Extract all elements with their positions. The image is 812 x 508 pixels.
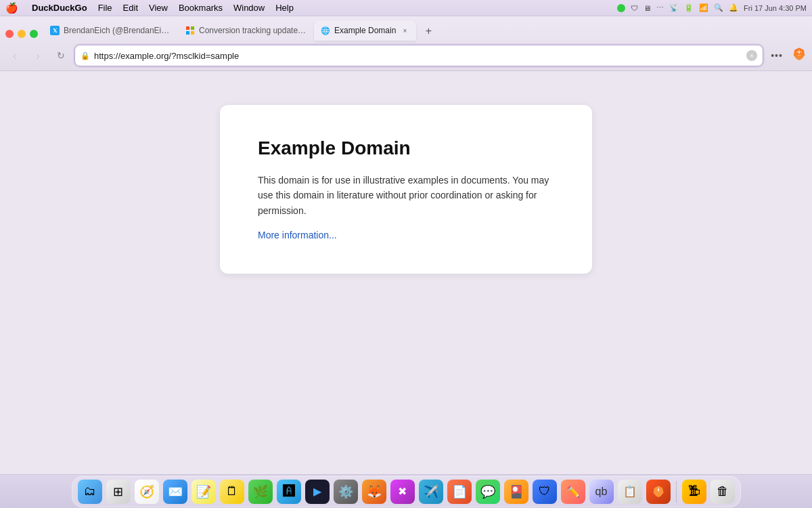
tab-example[interactable]: 🌐 Example Domain × xyxy=(314,20,416,41)
tab-conversion-label: Conversion tracking update on Bi xyxy=(199,26,307,35)
dock-icon-tes[interactable]: 🎴 xyxy=(504,480,528,504)
address-bar[interactable]: 🔒 × xyxy=(74,45,763,66)
dock-icon-firefox[interactable]: 🦊 xyxy=(362,480,386,504)
toolbar: ‹ › ↻ 🔒 × ••• xyxy=(0,41,812,70)
menu-file[interactable]: File xyxy=(98,3,112,13)
svg-point-0 xyxy=(796,51,798,53)
tab-example-label: Example Domain xyxy=(334,26,396,35)
new-tab-button[interactable]: + xyxy=(419,22,438,41)
dock-icon-finder[interactable]: 🗂 xyxy=(78,480,102,504)
notification-icon[interactable]: 🔔 xyxy=(729,3,738,12)
url-input[interactable] xyxy=(94,51,742,61)
twitter-favicon: 𝕏 xyxy=(50,26,60,35)
menu-view[interactable]: View xyxy=(149,3,168,13)
dock-icon-vine[interactable]: 🌿 xyxy=(248,480,273,504)
more-information-link[interactable]: More information... xyxy=(258,230,337,240)
battery-icon: 🔋 xyxy=(684,3,694,12)
dock-icon-safari[interactable]: 🧭 xyxy=(135,480,159,504)
tab-close-button[interactable]: × xyxy=(400,26,409,35)
dock-icon-launchpad[interactable]: ⊞ xyxy=(106,480,131,504)
tab-conversion[interactable]: Conversion tracking update on Bi xyxy=(179,20,314,41)
svg-point-1 xyxy=(800,51,802,53)
more-dots-icon: ••• xyxy=(771,50,783,61)
search-menubar-icon[interactable]: 🔍 xyxy=(714,3,723,12)
dock-icon-mail[interactable]: ✉️ xyxy=(163,480,187,504)
menu-bar-items: File Edit View Bookmarks Window Help xyxy=(98,3,294,13)
menu-window[interactable]: Window xyxy=(233,3,265,13)
brave-icon-button[interactable] xyxy=(792,47,807,64)
dock-icon-stickies[interactable]: 🗒 xyxy=(220,480,244,504)
dock-icon-whatsapp[interactable]: 💬 xyxy=(476,480,500,504)
dock-icon-trash[interactable]: 🗑 xyxy=(710,480,735,504)
green-dot-icon xyxy=(617,4,625,12)
dock-icon-markdown[interactable]: 📋 xyxy=(618,480,642,504)
cast-icon: 📡 xyxy=(669,3,679,12)
menu-bookmarks[interactable]: Bookmarks xyxy=(179,3,223,13)
back-button[interactable]: ‹ xyxy=(5,46,24,65)
minimize-window-button[interactable] xyxy=(18,30,26,38)
dock-separator xyxy=(676,481,677,503)
page-title: Example Domain xyxy=(258,137,554,159)
dock-icon-prompt[interactable]: ▶ xyxy=(305,480,330,504)
privacy-icon: 🛡 xyxy=(631,4,638,12)
tab-bar: 𝕏 BrendanEich (@BrendanEich) / Tw Conver… xyxy=(0,16,812,41)
apple-menu[interactable]: 🍎 xyxy=(5,2,18,14)
dock-icon-monodraw[interactable]: ✏️ xyxy=(561,480,585,504)
menu-bar-right: 🛡 🖥 ⋯ 📡 🔋 📶 🔍 🔔 Fri 17 Jun 4:30 PM xyxy=(617,3,807,12)
tab-twitter[interactable]: 𝕏 BrendanEich (@BrendanEich) / Tw xyxy=(43,20,179,41)
example-domain-card: Example Domain This domain is for use in… xyxy=(220,105,592,274)
browser-chrome: 𝕏 BrendanEich (@BrendanEich) / Tw Conver… xyxy=(0,16,812,71)
dock-icon-qbittorrent[interactable]: qb xyxy=(589,480,614,504)
dock-area: 🗂 ⊞ 🧭 ✉️ 📝 🗒 🌿 🅰 ▶ ⚙️ 🦊 xyxy=(0,474,812,508)
toolbar-right: ••• xyxy=(767,46,807,65)
ms-favicon xyxy=(185,26,195,35)
dock: 🗂 ⊞ 🧭 ✉️ 📝 🗒 🌿 🅰 ▶ ⚙️ 🦊 xyxy=(72,476,741,507)
dock-icon-notes[interactable]: 📝 xyxy=(191,480,216,504)
dock-icon-appstore[interactable]: 🅰 xyxy=(277,480,301,504)
security-lock-icon: 🔒 xyxy=(81,51,90,60)
example-favicon: 🌐 xyxy=(321,26,330,35)
dock-icon-keka[interactable]: 🗜 xyxy=(682,480,706,504)
app-name[interactable]: DuckDuckGo xyxy=(32,3,87,13)
page-body: This domain is for use in illustrative e… xyxy=(258,173,554,218)
close-window-button[interactable] xyxy=(5,30,14,38)
menu-help[interactable]: Help xyxy=(275,3,294,13)
maximize-window-button[interactable] xyxy=(30,30,38,38)
forward-button[interactable]: › xyxy=(28,46,47,65)
datetime-display: Fri 17 Jun 4:30 PM xyxy=(744,4,807,12)
more-options-button[interactable]: ••• xyxy=(767,46,786,65)
reload-button[interactable]: ↻ xyxy=(51,46,70,65)
dock-icon-brave[interactable] xyxy=(646,480,671,504)
dock-icon-crosshair[interactable]: ✖ xyxy=(390,480,415,504)
menu-edit[interactable]: Edit xyxy=(123,3,138,13)
wifi-icon: 📶 xyxy=(699,3,708,12)
dots-icon: ⋯ xyxy=(656,3,664,12)
tab-twitter-label: BrendanEich (@BrendanEich) / Tw xyxy=(64,26,172,35)
dock-icon-syspref[interactable]: ⚙️ xyxy=(334,480,358,504)
dock-icon-telegram[interactable]: ✈️ xyxy=(419,480,443,504)
dock-icon-bitwarden[interactable]: 🛡 xyxy=(533,480,557,504)
menu-bar: 🍎 DuckDuckGo File Edit View Bookmarks Wi… xyxy=(0,0,812,16)
page-content: Example Domain This domain is for use in… xyxy=(0,71,812,475)
screen-icon: 🖥 xyxy=(644,4,651,12)
brave-lion-icon xyxy=(792,47,807,62)
menubar-extras: 🛡 🖥 ⋯ 📡 🔋 📶 🔍 🔔 Fri 17 Jun 4:30 PM xyxy=(617,3,807,12)
clear-url-button[interactable]: × xyxy=(746,50,757,61)
brave-lion-dock-icon xyxy=(652,485,665,499)
dock-icon-pages[interactable]: 📄 xyxy=(447,480,472,504)
